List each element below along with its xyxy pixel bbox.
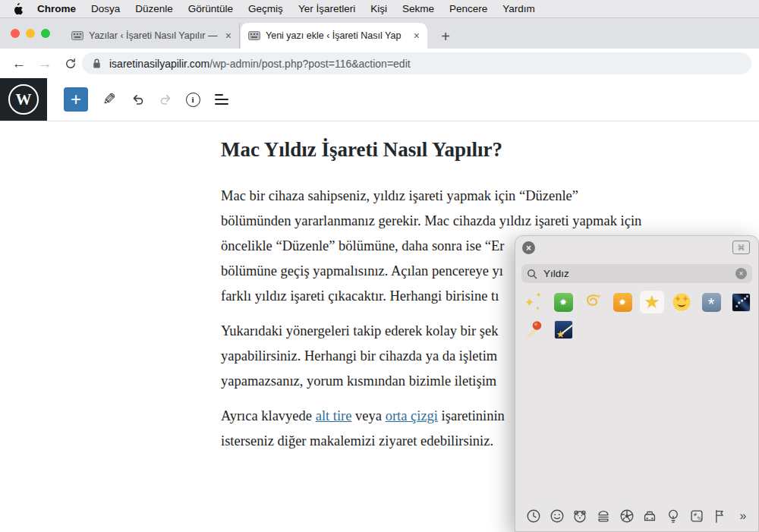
clear-search-icon[interactable]: × [735,268,747,279]
emoji-picker-panel: × ⌘ × ✦ ✦ ✦ ✦✦ [515,235,759,532]
block-inserter-button[interactable]: + [64,87,88,112]
shooting-star-icon: ★ [554,320,573,339]
symbols-icon: #% [688,508,705,524]
tab-yazilar[interactable]: Yazılar ‹ İşareti Nasıl Yapılır — W × [64,23,240,49]
browser-toolbar: ← → isaretinasilyapilir.com/wp-admin/pos… [0,49,759,78]
tab-close-icon[interactable]: × [414,30,420,41]
emoji-star-struck[interactable] [669,291,694,313]
lightbulb-icon [665,508,682,524]
emoji-comet[interactable] [521,318,546,341]
search-icon [527,269,537,279]
emoji-shooting-star[interactable]: ★ [551,318,575,341]
lock-icon [91,57,102,70]
zoom-window-button[interactable] [41,29,50,38]
svg-text:%: % [697,515,701,521]
car-icon [641,508,658,524]
menu-item-gecmis[interactable]: Geçmiş [241,3,291,14]
redo-button[interactable] [153,87,178,112]
panel-close-button[interactable]: × [522,241,535,254]
edit-mode-pencil-icon[interactable]: ✎ [97,87,121,112]
green-asterisk-icon: ✦✦ [554,293,573,312]
wp-editor-header: W + ✎ i [0,78,759,121]
star-icon: ★ [644,293,660,311]
emoji-sparkles[interactable]: ✦ ✦ ✦ [521,291,546,313]
category-smileys-button[interactable] [548,507,566,525]
paragraph-3[interactable]: Ayrıca klavyede alt tire veya orta çizgi… [221,404,505,454]
bear-icon [572,508,588,524]
back-button[interactable]: ← [9,54,29,74]
keyboard-favicon-icon [248,31,260,40]
emoji-eight-pointed-star[interactable]: ✦✦ [610,291,635,313]
undo-icon [130,91,146,108]
url-domain: isaretinasilyapilir.com [109,58,209,70]
address-bar[interactable]: isaretinasilyapilir.com/wp-admin/post.ph… [82,52,751,74]
paragraph-line: Mac bir cihaza sahipseniz, yıldız işaret… [221,184,641,209]
search-input[interactable] [542,267,735,280]
paragraph-line: Yukarıdaki yönergeleri takip ederek kola… [221,319,498,344]
emoji-milky-way[interactable] [729,291,753,313]
category-travel-button[interactable] [641,507,659,525]
menu-item-goruntule[interactable]: Görüntüle [181,3,241,14]
category-objects-button[interactable] [664,507,682,525]
link-alt-tire[interactable]: alt tire [316,408,352,423]
paragraph-line: yapabilirsiniz. Herhangi bir cihazda ya … [221,344,498,369]
paragraph-line: Ayrıca klavyede alt tire veya orta çizgi… [221,404,505,429]
paragraph-2[interactable]: Yukarıdaki yönergeleri takip ederek kola… [221,319,498,394]
emoji-keycap-asterisk[interactable]: * [699,291,723,313]
reload-button[interactable] [61,54,80,74]
emoji-eight-spoked-asterisk[interactable]: ✦✦ [551,291,575,313]
menu-item-yer-isaretleri[interactable]: Yer İşaretleri [291,3,363,14]
category-recents-button[interactable] [524,507,543,525]
tab-title: Yazılar ‹ İşareti Nasıl Yapılır — W [89,30,219,41]
details-button[interactable]: i [181,87,205,112]
category-animals-button[interactable] [571,507,589,525]
link-orta-cizgi[interactable]: orta çizgi [386,408,438,423]
url-path: /wp-admin/post.php?post=116&action=edit [209,58,410,70]
keycap-asterisk-icon: * [702,293,721,312]
sparkles-icon: ✦ ✦ ✦ [524,292,543,312]
category-food-button[interactable] [594,507,613,525]
info-icon: i [186,93,200,107]
menu-item-dosya[interactable]: Dosya [83,3,128,14]
emoji-dizzy[interactable] [581,291,605,313]
category-activity-button[interactable] [618,507,636,525]
screen: Chrome Dosya Düzenle Görüntüle Geçmiş Ye… [0,0,759,532]
star-struck-icon [672,292,691,312]
text-segment: veya [351,408,385,423]
new-tab-button[interactable]: + [436,27,455,46]
menu-item-chrome[interactable]: Chrome [30,3,83,14]
list-view-button[interactable] [209,87,234,112]
close-window-button[interactable] [11,29,20,38]
emoji-search-field[interactable]: × [521,264,752,283]
paragraph-line: yapamazsanız, yorum kısmından bizimle il… [221,369,498,394]
expand-character-viewer-button[interactable]: ⌘ [732,241,750,254]
category-flags-button[interactable] [710,507,729,525]
undo-button[interactable] [126,87,150,112]
menu-item-sekme[interactable]: Sekme [395,3,442,14]
wordpress-w-icon: W [8,84,39,115]
tab-yeni-yazi-ekle[interactable]: Yeni yazı ekle ‹ İşareti Nasıl Yap × [241,23,427,49]
smiley-icon [549,508,565,524]
menu-item-yardim[interactable]: Yardım [495,3,543,14]
tab-close-icon[interactable]: × [225,30,231,41]
paragraph-line: bölümünden yararlanmanız gerekir. Mac ci… [221,209,641,234]
url-text: isaretinasilyapilir.com/wp-admin/post.ph… [109,58,411,70]
list-view-icon [215,94,228,105]
post-title[interactable]: Mac Yıldız İşareti Nasıl Yapılır? [221,138,502,162]
category-more-button[interactable]: » [734,507,752,525]
menu-item-kisi[interactable]: Kişi [363,3,395,14]
redo-icon [157,91,174,108]
macos-menu-bar: Chrome Dosya Düzenle Görüntüle Geçmiş Ye… [0,0,759,18]
category-symbols-button[interactable]: #% [688,507,706,525]
emoji-white-medium-star[interactable]: ★ [640,291,664,313]
forward-button[interactable]: → [35,54,55,74]
milky-way-icon [732,293,751,312]
menu-item-pencere[interactable]: Pencere [442,3,495,14]
wordpress-logo[interactable]: W [0,78,47,121]
menu-item-duzenle[interactable]: Düzenle [128,3,181,14]
apple-logo-icon[interactable] [12,2,24,15]
text-segment: Ayrıca klavyede [221,408,316,423]
flag-icon [711,508,728,524]
paragraph-line: isterseniz diğer makalemizi ziyaret edeb… [221,429,505,454]
minimize-window-button[interactable] [26,29,35,38]
